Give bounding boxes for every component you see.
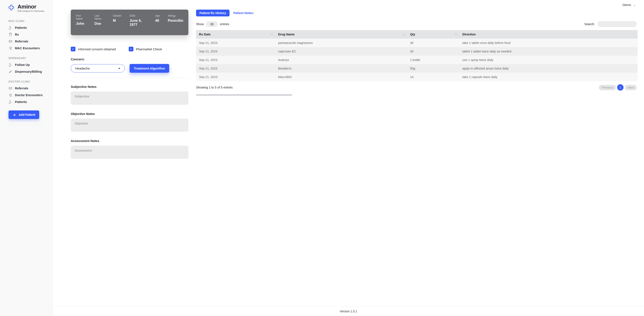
svg-point-5 <box>10 63 10 64</box>
pharmanet-checkbox-row[interactable]: ✓ PharmaNet Check <box>129 47 162 51</box>
entries-label: entries <box>220 22 229 26</box>
add-patient-label: Add Patient <box>19 113 36 116</box>
cell-dir: use 1 spray twice daily <box>460 56 638 64</box>
page-1-button[interactable]: 1 <box>617 84 624 91</box>
table-row[interactable]: Sep 21, 2023Avamys1 bottleuse 1 spray tw… <box>196 56 638 64</box>
nav-section-title: DISPENSARY <box>0 52 53 61</box>
sort-icon: ↑↓ <box>455 33 457 36</box>
wheelchair-icon <box>8 63 12 67</box>
caret-down-icon: ▼ <box>118 67 120 70</box>
add-patient-button[interactable]: ＋ Add Patient <box>8 110 39 119</box>
brand-logo: Aminor EMR Designed for Pharmacists <box>0 4 53 15</box>
mail-icon <box>8 40 12 43</box>
search-label: Search: <box>584 22 595 26</box>
steth-icon <box>8 93 12 97</box>
cell-drug: naproxen EC <box>275 47 407 56</box>
show-label: Show <box>196 22 204 26</box>
concern-value: Headache <box>75 67 90 70</box>
sidebar-item-dispensary-billing[interactable]: Dispensary/Billing <box>0 68 53 75</box>
assessment-textarea[interactable] <box>71 146 188 159</box>
table-row[interactable]: Sep 21, 2023naproxen EC30tablet 1 tablet… <box>196 47 638 56</box>
patient-field-value: June 6, 1977 <box>130 19 147 27</box>
patient-field-first-name: First NameJohn <box>76 14 86 27</box>
sidebar-item-label: Patients <box>15 26 27 30</box>
assessment-title: Assessment Notes <box>71 139 188 143</box>
consent-checkbox-row[interactable]: ✓ Informed consent obtained <box>71 47 116 51</box>
svg-point-0 <box>10 26 10 27</box>
patient-field-gender: GenderM <box>113 14 122 27</box>
cell-qty: 14 <box>407 73 459 81</box>
col-drug-name[interactable]: Drug Name↑↓ <box>275 30 407 39</box>
cell-dir: tablet 1 tablet twice daily as needed <box>460 47 638 56</box>
showing-text: Showing 1 to 5 of 5 entries <box>196 86 233 89</box>
prev-button[interactable]: Previous <box>599 85 616 90</box>
patient-field-label: First Name <box>76 14 86 20</box>
sidebar-item-doctor-encounters[interactable]: Doctor Encounters <box>0 92 53 99</box>
rx-table-wrap[interactable]: Rx Date↑↓Drug Name↑↓Qty↑↓Direction Sep 2… <box>196 30 638 81</box>
sidebar-item-referrals[interactable]: Referrals <box>0 38 53 45</box>
sidebar-item-follow-up[interactable]: Follow Up <box>0 61 53 68</box>
cell-dir: take 1 capsule twice daily <box>460 73 638 81</box>
cell-date: Sep 21, 2023 <box>196 56 275 64</box>
tab-patient-notes[interactable]: Patient Notes: <box>233 11 254 15</box>
cell-date: Sep 21, 2023 <box>196 64 275 73</box>
col-direction[interactable]: Direction <box>460 30 638 39</box>
user-name: Demo <box>622 3 631 7</box>
consent-label: Informed consent obtained <box>78 47 116 51</box>
col-qty[interactable]: Qty↑↓ <box>407 30 459 39</box>
sidebar-item-label: Patients <box>15 100 27 104</box>
entries-count-input[interactable] <box>206 21 218 27</box>
sidebar: Aminor EMR Designed for Pharmacists MAC … <box>0 0 53 316</box>
clipboard-icon <box>8 33 12 37</box>
user-menu[interactable]: Demo ⌄ <box>622 3 636 7</box>
cell-date: Sep 21, 2023 <box>196 39 275 47</box>
patient-summary-card: First NameJohnLast NameDoeGenderMDOBJune… <box>71 10 188 35</box>
objective-title: Objective Notes <box>71 112 188 116</box>
table-row[interactable]: Sep 21, 2023MacroBID14take 1 capsule twi… <box>196 73 638 81</box>
nav-section-title: MAC CLINIC <box>0 15 53 24</box>
svg-point-8 <box>10 100 10 101</box>
col-rx-date[interactable]: Rx Date↑↓ <box>196 30 275 39</box>
table-row[interactable]: Sep 21, 2023Betaderm50gapply to affected… <box>196 64 638 73</box>
next-button[interactable]: Next <box>625 85 637 90</box>
cell-drug: pantoprazole magnesium <box>275 39 407 47</box>
sidebar-item-patients[interactable]: Patients <box>0 99 53 105</box>
tab-rx-history[interactable]: Patient Rx History <box>196 10 230 17</box>
subjective-title: Subjective Notes <box>71 85 188 89</box>
patient-field-age: Age46 <box>155 14 160 27</box>
subjective-textarea[interactable] <box>71 92 188 105</box>
search-input[interactable] <box>598 21 637 27</box>
sort-icon: ↑↓ <box>402 33 405 36</box>
concern-select[interactable]: Headache ▼ <box>71 64 125 73</box>
horizontal-scrollbar[interactable] <box>196 95 292 96</box>
brand-name: Aminor <box>18 4 44 9</box>
treatment-algorithm-button[interactable]: Treatment Algorithm <box>130 64 169 73</box>
sidebar-item-label: Dispensary/Billing <box>15 70 42 73</box>
cell-drug: Avamys <box>275 56 407 64</box>
steth-icon <box>8 46 12 50</box>
footer-version: Version 1.0.1 <box>53 306 644 316</box>
sidebar-item-patients[interactable]: Patients <box>0 24 53 31</box>
nav-section-title: DOCTOR CLINIC <box>0 75 53 85</box>
sidebar-item-mac-encounters[interactable]: MAC Encounters <box>0 45 53 52</box>
checkbox-checked-icon[interactable]: ✓ <box>129 47 134 51</box>
logo-icon <box>8 4 16 13</box>
sidebar-divider <box>8 125 44 125</box>
svg-rect-3 <box>9 41 12 43</box>
patient-field-value: John <box>76 22 86 26</box>
patient-field-value: Doe <box>94 22 105 26</box>
cell-drug: MacroBID <box>275 73 407 81</box>
table-row[interactable]: Sep 21, 2023pantoprazole magnesium30take… <box>196 39 638 47</box>
sidebar-item-referrals[interactable]: Referrals <box>0 85 53 92</box>
rx-table: Rx Date↑↓Drug Name↑↓Qty↑↓Direction Sep 2… <box>196 30 638 81</box>
sidebar-item-rx[interactable]: Rx <box>0 31 53 38</box>
topbar: Demo ⌄ <box>53 0 644 7</box>
checkbox-checked-icon[interactable]: ✓ <box>71 47 76 51</box>
objective-textarea[interactable] <box>71 119 188 132</box>
cell-qty: 50g <box>407 64 459 73</box>
sidebar-item-label: Referrals <box>15 40 28 43</box>
sidebar-item-label: Referrals <box>15 87 28 90</box>
svg-point-4 <box>11 48 12 48</box>
sidebar-item-label: Follow Up <box>15 63 30 67</box>
cell-drug: Betaderm <box>275 64 407 73</box>
